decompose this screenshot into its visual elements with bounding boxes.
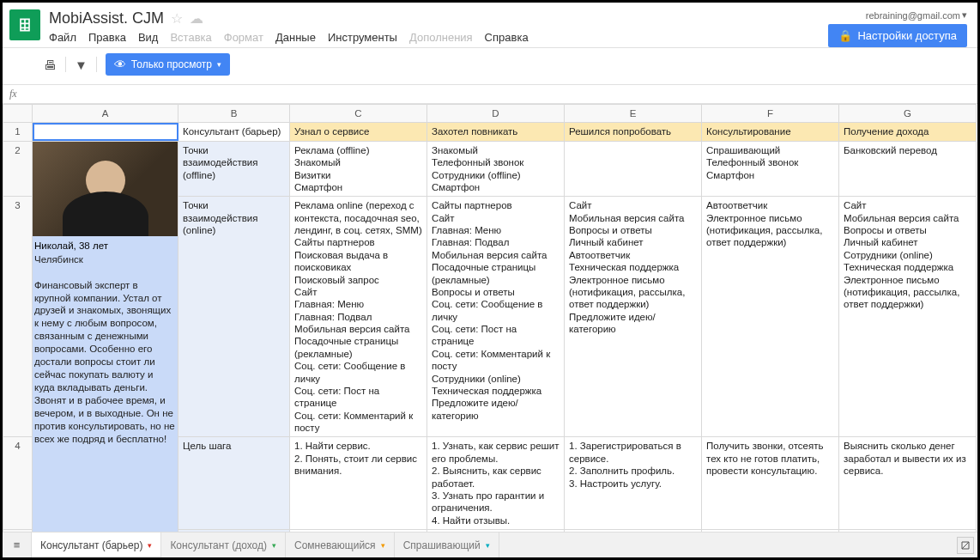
cell-F4[interactable]: Получить звонки, отсеять тех кто не гото… bbox=[702, 437, 839, 530]
menu-help[interactable]: Справка bbox=[485, 31, 529, 44]
eye-icon: 👁 bbox=[114, 58, 126, 71]
cell-G2[interactable]: Банковский перевод bbox=[839, 141, 977, 197]
cell-D2[interactable]: Знакомый Телефонный звонок Сотрудники (o… bbox=[427, 141, 565, 197]
cell-G3[interactable]: Сайт Мобильная версия сайта Вопросы и от… bbox=[839, 197, 977, 437]
fx-label: fx bbox=[9, 88, 17, 100]
filter-icon[interactable]: ▼ bbox=[75, 58, 88, 72]
cell-G1[interactable]: Получение дохода bbox=[839, 123, 977, 141]
cell-A1[interactable] bbox=[33, 123, 178, 141]
cell-C2[interactable]: Реклама (offline) Знакомый Визитки Смарт… bbox=[290, 141, 427, 197]
sheet-tab-label: Консультант (барьер) bbox=[40, 539, 142, 551]
caret-down-icon: ▾ bbox=[217, 60, 221, 69]
col-header-A[interactable]: A bbox=[33, 105, 178, 123]
persona-bio: Финансовый эксперт в крупной компании. У… bbox=[34, 279, 176, 446]
account-email[interactable]: rebraining@gmail.com ▾ bbox=[866, 9, 967, 21]
caret-down-icon: ▾ bbox=[381, 541, 385, 550]
cell-C3[interactable]: Реклама online (переход с контекста, пос… bbox=[290, 197, 427, 437]
col-header-B[interactable]: B bbox=[178, 105, 290, 123]
cell-B4[interactable]: Цель шага bbox=[178, 437, 290, 530]
table-row: 2 Николай, 38 лет Челябинск Финансовый э… bbox=[3, 141, 977, 197]
row-header-1[interactable]: 1 bbox=[3, 123, 33, 141]
sheets-logo[interactable] bbox=[9, 9, 40, 40]
sheet-tab-label: Консультант (доход) bbox=[170, 539, 267, 551]
cell-D4[interactable]: 1. Узнать, как сервис решит его проблемы… bbox=[427, 437, 565, 530]
menu-tools[interactable]: Инструменты bbox=[328, 31, 397, 44]
cell-B3[interactable]: Точки взаимодействия (online) bbox=[178, 197, 290, 437]
cell-F1[interactable]: Консультирование bbox=[702, 123, 839, 141]
share-button[interactable]: 🔒 Настройки доступа bbox=[828, 24, 967, 47]
cell-B2[interactable]: Точки взаимодействия (offline) bbox=[178, 141, 290, 197]
col-header-G[interactable]: G bbox=[839, 105, 977, 123]
persona-name: Николай, 38 лет bbox=[34, 240, 176, 253]
sheet-tab-label: Сомневающийся bbox=[294, 539, 376, 551]
print-icon[interactable]: 🖶 bbox=[44, 58, 57, 72]
cell-B1[interactable]: Консультант (барьер) bbox=[178, 123, 290, 141]
doc-title[interactable]: MobiAssist. CJM bbox=[49, 9, 164, 27]
col-header-F[interactable]: F bbox=[702, 105, 839, 123]
caret-down-icon: ▾ bbox=[486, 541, 490, 550]
toolbar: 🖶 ▼ 👁 Только просмотр ▾ bbox=[3, 48, 977, 84]
view-only-button[interactable]: 👁 Только просмотр ▾ bbox=[106, 53, 230, 76]
spreadsheet-grid[interactable]: A B C D E F G 1 Консультант (барьер) Узн… bbox=[3, 104, 977, 535]
col-header-D[interactable]: D bbox=[427, 105, 565, 123]
caret-down-icon: ▾ bbox=[272, 541, 276, 550]
cell-E1[interactable]: Решился попробовать bbox=[565, 123, 702, 141]
cell-F3[interactable]: Автоответчик Электронное письмо (нотифик… bbox=[702, 197, 839, 437]
menu-bar: Файл Правка Вид Вставка Формат Данные Ин… bbox=[49, 31, 828, 44]
menu-view[interactable]: Вид bbox=[138, 31, 159, 44]
all-sheets-button[interactable]: ≡ bbox=[3, 533, 32, 557]
sheet-tab-4[interactable]: Спрашивающий ▾ bbox=[395, 533, 499, 557]
menu-edit[interactable]: Правка bbox=[88, 31, 126, 44]
explore-button[interactable] bbox=[957, 537, 974, 554]
persona-city: Челябинск bbox=[34, 253, 176, 266]
persona-photo bbox=[33, 142, 178, 236]
table-row: 1 Консультант (барьер) Узнал о сервисе З… bbox=[3, 123, 977, 141]
cell-E4[interactable]: 1. Зарегистрироваться в сервисе. 2. Запо… bbox=[565, 437, 702, 530]
col-header-C[interactable]: C bbox=[290, 105, 427, 123]
col-header-E[interactable]: E bbox=[565, 105, 702, 123]
cell-D3[interactable]: Сайты партнеров Сайт Главная: Меню Главн… bbox=[427, 197, 565, 437]
cell-C4[interactable]: 1. Найти сервис. 2. Понять, стоит ли сер… bbox=[290, 437, 427, 530]
menu-format: Формат bbox=[224, 31, 263, 44]
cell-G4[interactable]: Выяснить сколько денег заработал и вывес… bbox=[839, 437, 977, 530]
cell-C1[interactable]: Узнал о сервисе bbox=[290, 123, 427, 141]
view-only-label: Только просмотр bbox=[131, 58, 212, 70]
sheet-tab-1[interactable]: Консультант (барьер) ▾ bbox=[32, 533, 161, 557]
sheet-tab-3[interactable]: Сомневающийся ▾ bbox=[286, 533, 395, 557]
folder-icon[interactable]: ☁ bbox=[190, 10, 203, 27]
lock-icon: 🔒 bbox=[838, 29, 852, 42]
persona-cell[interactable]: Николай, 38 лет Челябинск Финансовый экс… bbox=[33, 141, 178, 535]
row-header-2[interactable]: 2 bbox=[3, 141, 33, 197]
menu-insert: Вставка bbox=[170, 31, 211, 44]
select-all-cell[interactable] bbox=[3, 105, 33, 123]
sheet-tabs-bar: ≡ Консультант (барьер) ▾ Консультант (до… bbox=[3, 532, 977, 557]
cell-F2[interactable]: Спрашивающий Телефонный звонок Смартфон bbox=[702, 141, 839, 197]
cell-E3[interactable]: Сайт Мобильная версия сайта Вопросы и от… bbox=[565, 197, 702, 437]
cell-E2[interactable] bbox=[565, 141, 702, 197]
menu-data[interactable]: Данные bbox=[275, 31, 316, 44]
row-header-4[interactable]: 4 bbox=[3, 437, 33, 530]
cell-D1[interactable]: Захотел повникать bbox=[427, 123, 565, 141]
caret-down-icon: ▾ bbox=[962, 9, 967, 21]
menu-addons: Дополнения bbox=[409, 31, 473, 44]
sheet-tab-label: Спрашивающий bbox=[403, 539, 481, 551]
formula-bar[interactable]: fx bbox=[3, 84, 977, 104]
caret-down-icon: ▾ bbox=[148, 541, 152, 550]
share-label: Настройки доступа bbox=[857, 29, 957, 42]
sheet-tab-2[interactable]: Консультант (доход) ▾ bbox=[161, 533, 286, 557]
star-icon[interactable]: ☆ bbox=[171, 10, 183, 27]
menu-file[interactable]: Файл bbox=[49, 31, 76, 44]
row-header-3[interactable]: 3 bbox=[3, 197, 33, 437]
email-text: rebraining@gmail.com bbox=[866, 10, 960, 21]
